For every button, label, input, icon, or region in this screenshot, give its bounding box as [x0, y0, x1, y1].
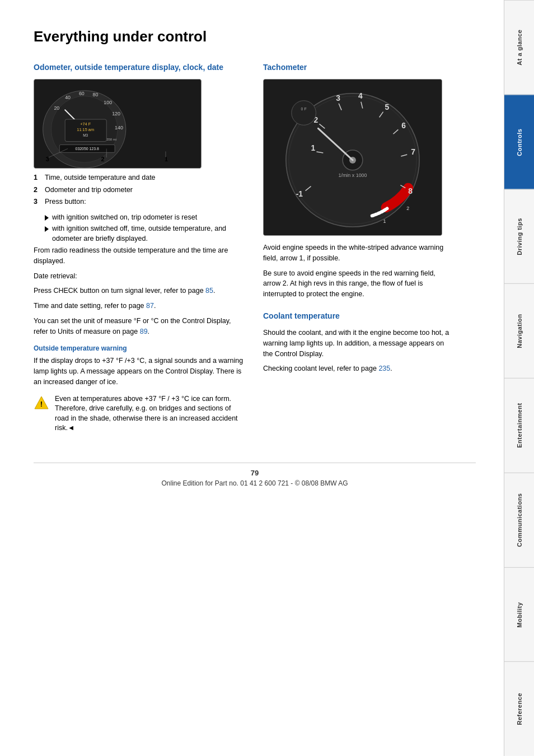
svg-text:+74 F: +74 F — [80, 122, 91, 127]
svg-text:032050  123.8: 032050 123.8 — [76, 147, 99, 151]
right-column: Tachometer — [263, 62, 453, 440]
numbered-list: 1 Time, outside temperature and date 2 O… — [34, 173, 246, 207]
sidebar-tab-at-a-glance[interactable]: At a glance — [504, 0, 534, 95]
svg-text:M3: M3 — [83, 133, 88, 137]
list-item-3: 3 Press button: — [34, 197, 246, 207]
footer: 79 Online Edition for Part no. 01 41 2 6… — [34, 463, 476, 487]
svg-text:20: 20 — [54, 106, 59, 111]
svg-point-51 — [292, 101, 316, 125]
svg-text:!: ! — [40, 400, 43, 408]
svg-text:-1: -1 — [296, 189, 303, 198]
sidebar-tab-navigation[interactable]: Navigation — [504, 283, 534, 378]
svg-text:1: 1 — [311, 143, 316, 152]
main-content: Everything under control Odometer, outsi… — [0, 0, 504, 756]
svg-text:1: 1 — [383, 218, 386, 224]
body-text-time: Time and date setting, refer to page 87. — [34, 301, 246, 311]
svg-text:40: 40 — [65, 95, 71, 100]
footer-text: Online Edition for Part no. 01 41 2 600 … — [34, 479, 476, 487]
tachometer-body-2: Be sure to avoid engine speeds in the re… — [263, 268, 453, 300]
bullet-text: with ignition switched off, time, outsid… — [52, 224, 246, 244]
sidebar-tab-entertainment[interactable]: Entertainment — [504, 378, 534, 473]
sidebar-tab-driving-tips[interactable]: Driving tips — [504, 189, 534, 284]
svg-text:6: 6 — [401, 122, 406, 130]
svg-text:100: 100 — [104, 100, 112, 106]
coolant-heading: Coolant temperature — [263, 311, 453, 321]
warning-text: Even at temperatures above +37 °F / +3 °… — [55, 394, 246, 433]
sidebar-tab-communications[interactable]: Communications — [504, 473, 534, 567]
svg-text:11:15 am: 11:15 am — [77, 127, 94, 132]
svg-text:2: 2 — [101, 156, 104, 162]
tachometer-heading: Tachometer — [263, 62, 453, 72]
item-text: Time, outside temperature and date — [45, 173, 156, 183]
svg-text:2: 2 — [406, 206, 409, 212]
svg-text:140: 140 — [115, 125, 123, 130]
bullet-item-2: with ignition switched off, time, outsid… — [45, 224, 246, 244]
item-text: Press button: — [45, 197, 86, 207]
svg-text:1/min x 1000: 1/min x 1000 — [338, 172, 367, 178]
outside-temp-text: If the display drops to +37 °F /+3 °C, a… — [34, 356, 246, 387]
list-item-1: 1 Time, outside temperature and date — [34, 173, 246, 183]
page-title: Everything under control — [34, 28, 476, 45]
svg-text:0 F: 0 F — [301, 107, 307, 111]
svg-text:5: 5 — [385, 102, 390, 111]
item-number: 1 — [34, 173, 40, 183]
tachometer-body-1: Avoid engine speeds in the white-striped… — [263, 242, 453, 264]
page-number: 79 — [34, 469, 476, 477]
svg-text:3: 3 — [336, 94, 340, 102]
page-link-85[interactable]: 85 — [205, 287, 213, 295]
instrument-cluster-image: 20 40 60 80 100 120 140 +74 F 11:15 am M… — [34, 79, 202, 169]
triangle-icon — [45, 226, 49, 232]
body-text-units: You can set the unit of measure °F or °C… — [34, 316, 246, 337]
body-text-check: Press CHECK button on turn signal lever,… — [34, 286, 246, 296]
bullet-item-1: with ignition switched on, trip odometer… — [45, 213, 246, 223]
svg-text:3: 3 — [46, 156, 49, 162]
coolant-section: Coolant temperature Should the coolant, … — [263, 311, 453, 374]
odometer-heading: Odometer, outside temperature display, c… — [34, 62, 246, 72]
sidebar-tab-controls[interactable]: Controls — [504, 95, 534, 189]
body-text-1: From radio readiness the outside tempera… — [34, 245, 246, 267]
page-link-235[interactable]: 235 — [378, 365, 390, 372]
svg-text:80: 80 — [93, 92, 99, 97]
svg-text:358 mi: 358 mi — [106, 138, 116, 141]
svg-text:7: 7 — [411, 147, 415, 156]
item-number: 2 — [34, 185, 40, 195]
svg-text:4: 4 — [358, 91, 363, 100]
warning-triangle-icon: ! — [34, 395, 49, 411]
date-retrieval-label: Date retrieval: — [34, 271, 246, 282]
left-column: Odometer, outside temperature display, c… — [34, 62, 246, 440]
item-text: Odometer and trip odometer — [45, 185, 133, 195]
svg-text:1: 1 — [165, 156, 168, 162]
outside-temp-warning-heading: Outside temperature warning — [34, 344, 246, 352]
bullet-text: with ignition switched on, trip odometer… — [52, 213, 197, 223]
list-item-2: 2 Odometer and trip odometer — [34, 185, 246, 195]
sidebar: At a glance Controls Driving tips Naviga… — [504, 0, 534, 756]
coolant-body-2: Checking coolant level, refer to page 23… — [263, 363, 453, 374]
svg-text:120: 120 — [112, 111, 120, 116]
warning-box: ! Even at temperatures above +37 °F / +3… — [34, 394, 246, 433]
tachometer-image: -1 1 2 3 4 5 6 7 8 1/min x 1000 — [263, 79, 442, 236]
svg-text:60: 60 — [79, 91, 85, 96]
svg-text:8: 8 — [408, 186, 413, 195]
item-number: 3 — [34, 197, 40, 207]
page-link-89[interactable]: 89 — [140, 328, 148, 335]
coolant-body-1: Should the coolant, and with it the engi… — [263, 328, 453, 359]
sidebar-tab-mobility[interactable]: Mobility — [504, 567, 534, 662]
sidebar-tab-reference[interactable]: Reference — [504, 661, 534, 756]
two-column-layout: Odometer, outside temperature display, c… — [34, 62, 476, 440]
triangle-icon — [45, 215, 49, 221]
page-link-87[interactable]: 87 — [146, 302, 154, 310]
